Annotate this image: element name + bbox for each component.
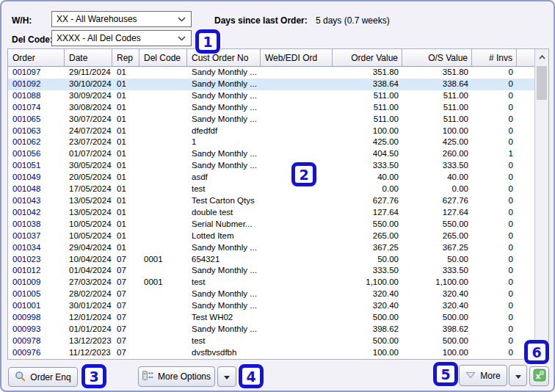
scroll-up-button[interactable] [535,49,548,65]
table-row[interactable]: 00101201/04/202407Sandy Monthly ...333.5… [8,265,534,277]
table-cell: 0 [472,324,517,335]
table-cell: 50.00 [402,254,472,266]
column-header-web-edi-ord[interactable]: Web/EDI Ord [261,49,333,66]
table-cell [261,324,333,335]
table-cell: 07 [112,277,139,288]
table-row[interactable]: 00106530/07/202401Sandy Monthly ...511.0… [8,114,534,126]
table-row[interactable]: 00102310/04/202407000165432150.0050.000 [8,254,534,266]
table-row[interactable]: 00106324/07/202401dfedfdf100.00100.000 [8,126,534,137]
table-row[interactable]: 00109230/10/202401Sandy Monthly ...338.6… [8,79,534,90]
table-row[interactable]: 00105130/05/202401Sandy Monthly ...333.5… [8,160,534,172]
table-cell: 338.64 [402,79,472,90]
table-cell [139,126,187,137]
table-cell: 0001 [139,254,187,266]
table-cell: 1,100.00 [333,277,402,288]
scrollbar-thumb[interactable] [537,66,547,100]
table-row[interactable]: 00100130/01/202407Sandy Monthly ...320.4… [8,300,534,312]
more-dropdown-button[interactable] [509,365,527,386]
table-row[interactable]: 00103810/05/202401Serial Nubmer...550.00… [8,219,534,231]
more-button[interactable]: More [459,365,507,386]
table-cell [517,172,534,184]
column-header-order[interactable]: Order [8,49,65,66]
table-cell: 0001 [139,277,187,288]
table-cell: 07 [112,300,139,312]
table-row[interactable]: 00097611/12/202307dvsfbvsdfbh100.00100.0… [8,347,534,359]
table-cell: 07 [112,288,139,300]
order-number-cell: 001056 [8,148,65,160]
table-row[interactable]: 00097813/12/202307test500.00500.000 [8,335,534,347]
table-row[interactable]: 00105601/07/202401Sandy Monthly ...404.5… [8,148,534,160]
table-cell: 627.76 [402,195,472,207]
table-row[interactable]: 00103429/04/202401Sandy Monthly ...367.2… [8,242,534,254]
form-options-icon [142,371,153,382]
more-options-dropdown-button[interactable] [217,366,236,387]
order-enq-button[interactable]: Order Enq [8,367,78,387]
table-cell [139,137,187,148]
table-cell: 511.00 [333,114,402,126]
callout-badge-5: 5 [433,362,458,386]
table-cell [139,207,187,219]
table-row[interactable]: 00106223/07/2024011425.00425.000 [8,137,534,148]
table-cell: 0.00 [402,184,472,195]
table-cell [517,288,534,300]
table-cell: Sandy Monthly ... [187,300,261,312]
table-cell: 500.00 [333,335,402,347]
table-cell [139,219,187,231]
table-cell: 500.00 [333,312,402,324]
table-cell: 01 [112,90,139,102]
column-header--invs[interactable]: # Invs [472,49,517,66]
order-number-cell: 000993 [8,324,65,335]
column-header-order-value[interactable]: Order Value [333,49,402,66]
del-code-select[interactable]: XXXX - All Del Codes [51,30,192,46]
table-cell: 127.64 [402,207,472,219]
table-row[interactable]: 00104313/05/202401Test Carton Qtys627.76… [8,195,534,207]
table-cell: 0.00 [333,184,402,195]
vertical-scrollbar[interactable] [534,49,548,359]
table-row[interactable]: 00104213/05/202401double test127.64127.6… [8,207,534,219]
order-number-cell: 000976 [8,347,65,359]
table-cell: 10/05/2024 [65,231,112,242]
table-row[interactable]: 00103710/05/202401Lotted Item265.00265.0… [8,231,534,242]
table-row[interactable]: 00100528/02/202407Sandy Monthly ...320.4… [8,288,534,300]
column-header-date[interactable]: Date [65,49,112,66]
table-cell [261,207,333,219]
column-header-rep[interactable]: Rep [112,49,139,66]
table-cell [139,67,187,79]
table-row[interactable]: 00104817/05/202401test0.000.000 [8,184,534,195]
table-cell: 29/11/2024 [65,67,112,79]
table-row[interactable]: 00099812/01/202407Test WH02500.00500.000 [8,312,534,324]
table-row[interactable]: 00107430/08/202401Sandy Monthly ...511.0… [8,102,534,114]
orders-grid: OrderDateRepDel CodeCust Order NoWeb/EDI… [7,48,549,360]
order-number-cell: 001088 [8,90,65,102]
table-cell [517,184,534,195]
order-number-cell: 000998 [8,312,65,324]
table-cell: 07 [112,335,139,347]
table-row[interactable]: 00099301/01/202407Sandy Monthly ...398.6… [8,324,534,335]
table-cell [517,102,534,114]
table-row[interactable]: 00109729/11/202401Sandy Monthly ...351.8… [8,67,534,79]
warehouse-select[interactable]: XX - All Warehouses [51,11,192,27]
table-cell [517,265,534,277]
table-cell: 50.00 [333,254,402,266]
table-cell: Sandy Monthly ... [187,102,261,114]
table-cell: 30/08/2024 [65,102,112,114]
table-cell: 1,100.00 [402,277,472,288]
chevron-down-icon [178,33,186,43]
table-cell: 13/12/2023 [65,335,112,347]
table-cell [517,195,534,207]
order-number-cell: 001097 [8,67,65,79]
chevron-up-icon [539,55,545,59]
more-options-button[interactable]: More Options [138,366,215,387]
column-header-o-s-value[interactable]: O/S Value [402,49,472,66]
table-row[interactable]: 00104920/05/202401asdf40.0040.000 [8,172,534,184]
table-cell [261,137,333,148]
table-cell [139,231,187,242]
warehouse-label: W/H: [12,15,32,26]
table-row[interactable]: 00100927/03/2024070001test1,100.001,100.… [8,277,534,288]
table-cell: 10/05/2024 [65,219,112,231]
table-row[interactable]: 00108830/09/202401Sandy Monthly ...511.0… [8,90,534,102]
export-to-excel-button[interactable]: x [529,366,549,386]
callout-badge-6: 6 [524,340,549,364]
column-header-del-code[interactable]: Del Code [139,49,187,66]
table-cell: 367.25 [333,242,402,254]
